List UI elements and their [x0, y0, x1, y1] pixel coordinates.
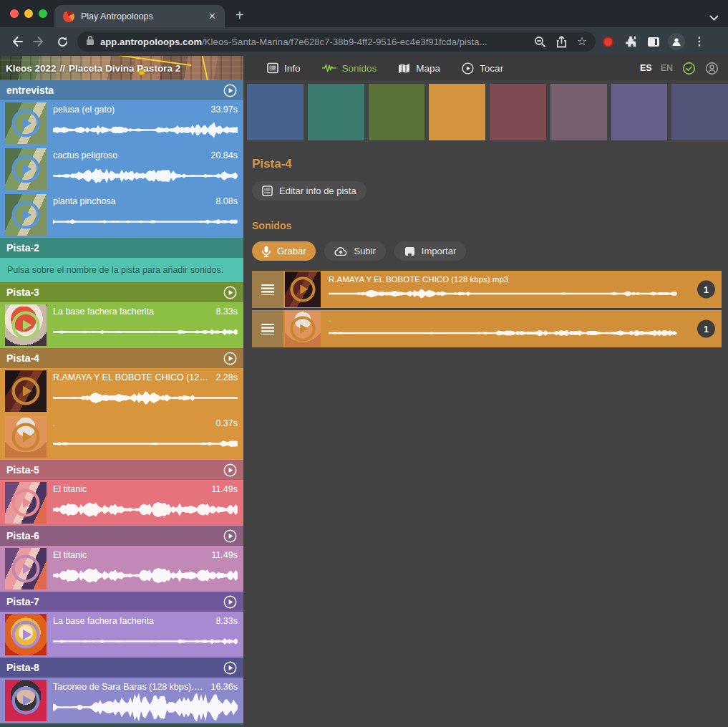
subir-icon: [334, 246, 347, 256]
audio-clip[interactable]: planta pinchosa 8.08s: [0, 192, 243, 238]
track-color-swatch-5[interactable]: [490, 84, 546, 140]
nav-tab-mapa[interactable]: Mapa: [387, 56, 451, 80]
clip-title: pelusa (el gato): [53, 103, 115, 116]
grabar-button[interactable]: Grabar: [252, 241, 316, 261]
clip-thumbnail[interactable]: [5, 680, 47, 721]
project-cover-image[interactable]: Kleos 2022//Placeta Divina Pastora 2: [0, 56, 243, 80]
back-icon[interactable]: [6, 31, 27, 52]
zoom-window-button[interactable]: [39, 9, 47, 18]
track-body: R.AMAYA Y EL BOBOTE CHICO (128 kbps)....…: [0, 368, 243, 460]
tab-title: Play Antropoloops: [81, 11, 202, 21]
nav-tab-info[interactable]: Info: [256, 56, 311, 80]
track-header[interactable]: entrevista: [0, 80, 243, 100]
track-color-swatch-7[interactable]: [611, 84, 668, 140]
clip-thumbnail[interactable]: [5, 548, 47, 589]
clip-play-icon[interactable]: [11, 311, 40, 340]
track-header[interactable]: Pista-8: [0, 658, 243, 678]
clip-play-icon[interactable]: [11, 377, 40, 405]
track-play-button[interactable]: [223, 286, 237, 299]
clip-thumbnail[interactable]: [5, 614, 47, 655]
track-header[interactable]: Pista-4: [0, 348, 243, 368]
list-icon: [262, 186, 273, 196]
browser-tab[interactable]: Play Antropoloops ✕: [54, 5, 225, 27]
audio-clip[interactable]: La base fachera facherita 8.33s: [0, 302, 243, 348]
audio-clip[interactable]: cactus peligroso 20.84s: [0, 146, 243, 192]
clip-play-icon[interactable]: [11, 201, 40, 229]
clip-title: planta pinchosa: [53, 195, 116, 208]
clip-play-icon[interactable]: [11, 554, 40, 583]
nav-tab-tocar[interactable]: Tocar: [451, 56, 514, 80]
drag-handle-icon[interactable]: [252, 310, 283, 347]
track-play-button[interactable]: [223, 529, 237, 543]
clip-thumbnail[interactable]: [5, 482, 47, 524]
track-color-swatch-4-selected[interactable]: [429, 84, 485, 140]
clip-play-icon[interactable]: [11, 423, 40, 451]
clip-play-icon[interactable]: [11, 686, 40, 715]
clip-thumbnail[interactable]: [5, 304, 47, 346]
audio-clip[interactable]: . 0.37s: [0, 414, 243, 460]
sound-play-icon[interactable]: [290, 316, 316, 342]
nav-tab-sonidos[interactable]: Sonidos: [311, 56, 388, 80]
browser-menu-kebab-icon[interactable]: ⋮: [689, 31, 710, 52]
audio-clip[interactable]: El titanic 11.49s: [0, 480, 243, 526]
account-icon[interactable]: [705, 62, 719, 75]
track-play-button[interactable]: [223, 352, 237, 365]
track-play-button[interactable]: [223, 661, 237, 675]
clip-thumbnail[interactable]: [5, 194, 47, 236]
clip-duration: 11.49s: [211, 483, 238, 496]
reload-icon[interactable]: [52, 31, 73, 52]
clip-play-icon[interactable]: [11, 620, 40, 649]
audio-clip[interactable]: R.AMAYA Y EL BOBOTE CHICO (128 kbps)....…: [0, 368, 243, 414]
sound-play-icon[interactable]: [290, 276, 316, 302]
clip-play-icon[interactable]: [11, 155, 40, 183]
subir-button[interactable]: Subir: [324, 241, 385, 261]
track-header[interactable]: Pista-6: [0, 526, 243, 546]
tab-overflow-chevron-icon[interactable]: [709, 11, 719, 24]
edit-track-info-button[interactable]: Editar info de pista: [252, 181, 367, 201]
url-bar[interactable]: app.antropoloops.com/Kleos-Santa-Marina/…: [77, 32, 596, 52]
audio-clip[interactable]: La base fachera facherita 8.33s: [0, 612, 243, 658]
record-extension-icon[interactable]: [597, 31, 618, 52]
sound-thumbnail[interactable]: [285, 271, 321, 307]
track-header[interactable]: Pista-5: [0, 460, 243, 480]
track-header[interactable]: Pista-7: [0, 592, 243, 612]
close-window-button[interactable]: [10, 9, 19, 18]
track-color-swatch-1[interactable]: [247, 84, 304, 140]
new-tab-button[interactable]: +: [236, 8, 244, 22]
clip-play-icon[interactable]: [11, 488, 40, 517]
track-color-swatch-3[interactable]: [369, 84, 425, 140]
clip-play-icon[interactable]: [11, 109, 40, 138]
profile-avatar[interactable]: [666, 31, 687, 52]
track-header[interactable]: Pista-3: [0, 282, 243, 302]
clip-thumbnail[interactable]: [5, 370, 47, 412]
sound-row[interactable]: . 1: [252, 310, 722, 347]
track-color-swatch-6[interactable]: [550, 84, 607, 140]
audio-clip[interactable]: El titanic 11.49s: [0, 546, 243, 592]
extensions-puzzle-icon[interactable]: [620, 31, 641, 52]
clip-thumbnail[interactable]: [5, 148, 47, 190]
bookmark-star-icon[interactable]: ☆: [577, 36, 587, 47]
language-toggle-es[interactable]: ES: [640, 63, 652, 73]
drag-handle-icon[interactable]: [252, 271, 283, 308]
track-play-button[interactable]: [223, 595, 237, 609]
minimize-window-button[interactable]: [24, 9, 33, 18]
clip-thumbnail[interactable]: [5, 102, 47, 144]
track-color-swatch-8[interactable]: [671, 84, 728, 140]
audio-clip[interactable]: Taconeo de Sara Baras (128 kbps).mp3 16.…: [0, 678, 243, 723]
clip-thumbnail[interactable]: [5, 416, 47, 458]
forward-icon[interactable]: [29, 31, 50, 52]
track-color-swatch-2[interactable]: [308, 84, 364, 140]
tab-close-icon[interactable]: ✕: [208, 11, 216, 21]
importar-button[interactable]: Importar: [394, 241, 466, 261]
track-header[interactable]: Pista-2: [0, 238, 243, 258]
language-toggle-en[interactable]: EN: [661, 63, 673, 73]
sound-row[interactable]: R.AMAYA Y EL BOBOTE CHICO (128 kbps).mp3…: [252, 271, 722, 308]
track-play-button[interactable]: [223, 84, 237, 97]
zoom-out-icon[interactable]: [534, 36, 546, 48]
side-panel-icon[interactable]: [643, 31, 664, 52]
tab-strip: Play Antropoloops ✕ +: [0, 0, 728, 27]
sound-thumbnail[interactable]: [285, 311, 321, 347]
track-play-button[interactable]: [223, 463, 237, 477]
audio-clip[interactable]: pelusa (el gato) 33.97s: [0, 100, 243, 146]
share-icon[interactable]: [556, 36, 567, 48]
